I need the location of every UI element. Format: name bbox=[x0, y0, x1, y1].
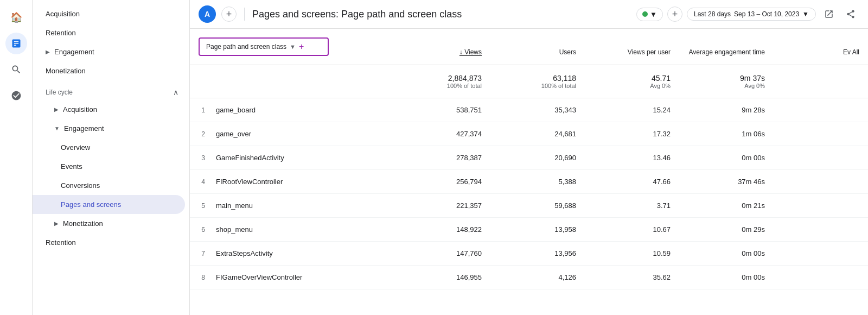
row-users-6: 13,956 bbox=[490, 242, 585, 265]
row-page-col-0: 1 game_board bbox=[190, 98, 396, 122]
row-name-3: FIRootViewController bbox=[212, 170, 385, 193]
sidebar-item-engagement-top[interactable]: ▶ Engagement bbox=[33, 42, 185, 61]
row-events-2 bbox=[774, 150, 868, 166]
row-number-6: 7 bbox=[190, 250, 212, 257]
row-views-5: 148,922 bbox=[396, 218, 490, 241]
row-views-per-user-2: 13.46 bbox=[585, 146, 679, 169]
row-number-1: 2 bbox=[190, 130, 212, 138]
lifecycle-collapse-icon[interactable]: ∧ bbox=[173, 88, 178, 97]
sidebar-item-monetization-lifecycle[interactable]: ▶ Monetization bbox=[33, 214, 185, 233]
page-column-header: Page path and screen class ▼ + bbox=[190, 33, 396, 60]
row-page-col-7: 8 FIGameOverViewController bbox=[190, 266, 396, 289]
row-number-5: 6 bbox=[190, 226, 212, 234]
totals-users-value: 63,118 bbox=[495, 74, 576, 83]
row-page-col-5: 6 shop_menu bbox=[190, 218, 396, 241]
table-area: Page path and screen class ▼ + ↓ Views U… bbox=[190, 29, 868, 315]
table-row[interactable]: 6 shop_menu 148,922 13,958 10.67 0m 29s bbox=[190, 218, 868, 242]
row-views-per-user-1: 17.32 bbox=[585, 122, 679, 146]
table-row[interactable]: 3 GameFinishedActivity 278,387 20,690 13… bbox=[190, 146, 868, 170]
totals-avg-engagement-value: 9m 37s bbox=[684, 74, 765, 83]
row-events-0 bbox=[774, 103, 868, 118]
table-row[interactable]: 8 FIGameOverViewController 146,955 4,126… bbox=[190, 266, 868, 289]
row-users-0: 35,343 bbox=[490, 98, 585, 122]
date-range-value: Sep 13 – Oct 10, 2023 bbox=[734, 10, 799, 18]
sidebar-item-pages-and-screens[interactable]: Pages and screens bbox=[33, 195, 185, 214]
status-dot-icon bbox=[642, 11, 648, 17]
row-events-5 bbox=[774, 222, 868, 237]
table-body: 1 game_board 538,751 35,343 15.24 9m 28s… bbox=[190, 98, 868, 289]
row-users-1: 24,681 bbox=[490, 122, 585, 146]
share-report-button[interactable] bbox=[820, 5, 838, 23]
audience-icon[interactable] bbox=[5, 85, 27, 106]
engagement-top-arrow: ▶ bbox=[46, 49, 50, 55]
row-page-col-3: 4 FIRootViewController bbox=[190, 170, 396, 193]
row-views-per-user-6: 10.59 bbox=[585, 242, 679, 265]
engagement-lifecycle-arrow: ▼ bbox=[54, 125, 60, 131]
row-name-7: FIGameOverViewController bbox=[212, 266, 385, 289]
status-badge[interactable]: ▼ bbox=[636, 8, 663, 21]
page-column-selector[interactable]: Page path and screen class ▼ + bbox=[199, 37, 329, 56]
row-users-4: 59,688 bbox=[490, 194, 585, 217]
sidebar-item-acquisition-lifecycle[interactable]: ▶ Acquisition bbox=[33, 100, 185, 119]
sidebar-item-overview[interactable]: Overview bbox=[33, 138, 185, 157]
sidebar-item-retention-lifecycle[interactable]: Retention bbox=[33, 233, 185, 252]
row-views-3: 256,794 bbox=[396, 170, 490, 193]
views-column-header[interactable]: ↓ Views bbox=[396, 44, 490, 60]
table-row[interactable]: 5 main_menu 221,357 59,688 3.71 0m 21s bbox=[190, 194, 868, 218]
row-avg-engagement-0: 9m 28s bbox=[679, 98, 774, 122]
table-row[interactable]: 2 game_over 427,374 24,681 17.32 1m 06s bbox=[190, 122, 868, 146]
page-column-add-icon[interactable]: + bbox=[299, 42, 304, 52]
row-number-0: 1 bbox=[190, 106, 212, 114]
row-avg-engagement-5: 0m 29s bbox=[679, 218, 774, 241]
main-content: A + Pages and screens: Page path and scr… bbox=[190, 0, 868, 315]
row-avg-engagement-6: 0m 00s bbox=[679, 242, 774, 265]
row-views-per-user-0: 15.24 bbox=[585, 98, 679, 122]
header-bar: A + Pages and screens: Page path and scr… bbox=[190, 0, 868, 29]
user-avatar[interactable]: A bbox=[199, 5, 216, 23]
more-options-button[interactable] bbox=[842, 5, 859, 23]
row-users-2: 20,690 bbox=[490, 146, 585, 169]
row-page-col-4: 5 main_menu bbox=[190, 194, 396, 217]
row-events-3 bbox=[774, 174, 868, 190]
totals-views-cell: 2,884,873 100% of total bbox=[396, 72, 490, 91]
totals-users-cell: 63,118 100% of total bbox=[490, 72, 585, 91]
row-views-per-user-7: 35.62 bbox=[585, 266, 679, 289]
row-events-4 bbox=[774, 198, 868, 213]
row-name-4: main_menu bbox=[212, 194, 385, 217]
row-users-5: 13,958 bbox=[490, 218, 585, 241]
row-avg-engagement-3: 37m 46s bbox=[679, 170, 774, 193]
table-row[interactable]: 7 ExtraStepsActivity 147,760 13,956 10.5… bbox=[190, 242, 868, 266]
table-header: Page path and screen class ▼ + ↓ Views U… bbox=[190, 29, 868, 65]
table-row[interactable]: 4 FIRootViewController 256,794 5,388 47.… bbox=[190, 170, 868, 194]
events-column-header[interactable]: Ev All bbox=[774, 44, 868, 60]
search-console-icon[interactable] bbox=[5, 59, 27, 80]
totals-views-sublabel: 100% of total bbox=[400, 83, 482, 89]
add-comparison-plus[interactable]: + bbox=[667, 7, 682, 22]
row-events-1 bbox=[774, 127, 868, 142]
sidebar-item-engagement-lifecycle[interactable]: ▼ Engagement bbox=[33, 119, 185, 138]
row-views-1: 427,374 bbox=[396, 122, 490, 146]
row-number-3: 4 bbox=[190, 178, 212, 186]
sidebar-item-acquisition-top[interactable]: Acquisition bbox=[33, 4, 185, 23]
sidebar-item-monetization-top[interactable]: Monetization bbox=[33, 61, 185, 80]
date-range-selector[interactable]: Last 28 days Sep 13 – Oct 10, 2023 ▼ bbox=[687, 8, 816, 21]
users-column-header[interactable]: Users bbox=[490, 44, 585, 60]
sidebar-item-conversions[interactable]: Conversions bbox=[33, 176, 185, 195]
totals-page-cell bbox=[190, 77, 396, 86]
row-avg-engagement-4: 0m 21s bbox=[679, 194, 774, 217]
row-page-col-2: 3 GameFinishedActivity bbox=[190, 146, 396, 169]
row-page-col-1: 2 game_over bbox=[190, 122, 396, 146]
row-number-7: 8 bbox=[190, 274, 212, 281]
row-views-per-user-5: 10.67 bbox=[585, 218, 679, 241]
sidebar-item-retention-top[interactable]: Retention bbox=[33, 23, 185, 42]
row-name-2: GameFinishedActivity bbox=[212, 146, 385, 169]
avg-engagement-column-header[interactable]: Average engagement time bbox=[679, 44, 774, 60]
sidebar-item-events[interactable]: Events bbox=[33, 157, 185, 176]
views-per-user-column-header[interactable]: Views per user bbox=[585, 44, 679, 60]
row-views-6: 147,760 bbox=[396, 242, 490, 265]
add-comparison-button[interactable]: + bbox=[221, 7, 237, 22]
home-icon[interactable]: 🏠 bbox=[5, 7, 27, 28]
table-row[interactable]: 1 game_board 538,751 35,343 15.24 9m 28s bbox=[190, 98, 868, 122]
analytics-icon[interactable] bbox=[5, 33, 27, 54]
page-column-label: Page path and screen class bbox=[206, 43, 286, 51]
